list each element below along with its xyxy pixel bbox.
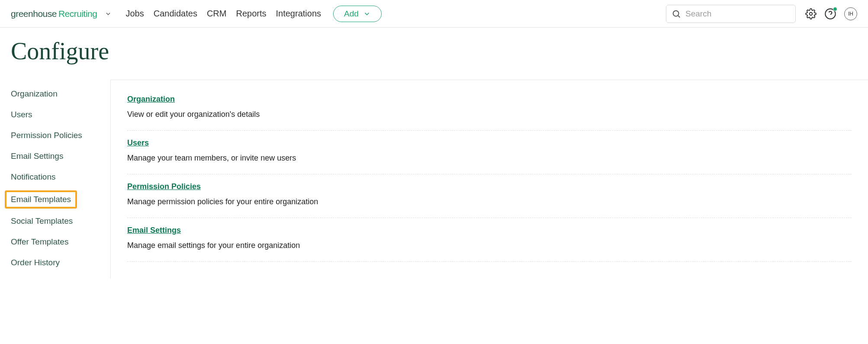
chevron-down-icon bbox=[363, 10, 371, 18]
avatar[interactable]: IH bbox=[844, 7, 857, 20]
svg-line-1 bbox=[678, 16, 680, 17]
add-button-label: Add bbox=[344, 9, 359, 19]
section-permission-policies: Permission Policies Manage permission po… bbox=[127, 174, 852, 218]
section-link-email-settings[interactable]: Email Settings bbox=[127, 226, 181, 235]
search-input[interactable] bbox=[685, 9, 790, 19]
nav-jobs[interactable]: Jobs bbox=[125, 9, 144, 19]
sidebar-item-order-history[interactable]: Order History bbox=[11, 258, 60, 267]
nav-integrations[interactable]: Integrations bbox=[276, 9, 321, 19]
sidebar-item-offer-templates[interactable]: Offer Templates bbox=[11, 237, 68, 247]
notification-dot bbox=[833, 7, 837, 11]
search-icon bbox=[672, 9, 681, 19]
page-title: Configure bbox=[0, 28, 868, 80]
section-link-organization[interactable]: Organization bbox=[127, 95, 175, 104]
sidebar-item-users[interactable]: Users bbox=[11, 110, 32, 119]
main-content: Organization View or edit your organizat… bbox=[110, 80, 868, 279]
section-email-settings: Email Settings Manage email settings for… bbox=[127, 218, 852, 262]
section-desc-email-settings: Manage email settings for your entire or… bbox=[127, 241, 852, 250]
search-box[interactable] bbox=[666, 5, 796, 23]
help-icon[interactable] bbox=[824, 8, 836, 20]
header-actions: IH bbox=[805, 7, 857, 20]
sidebar-item-permission-policies[interactable]: Permission Policies bbox=[11, 131, 82, 140]
sidebar-item-social-templates[interactable]: Social Templates bbox=[11, 216, 73, 226]
sidebar: Organization Users Permission Policies E… bbox=[0, 80, 110, 279]
nav-reports[interactable]: Reports bbox=[236, 9, 266, 19]
logo-text-1: greenhouse bbox=[11, 9, 57, 19]
main-nav: Jobs Candidates CRM Reports Integrations bbox=[125, 9, 321, 19]
sidebar-item-email-settings[interactable]: Email Settings bbox=[11, 151, 63, 161]
svg-point-0 bbox=[673, 10, 679, 16]
sidebar-item-email-templates[interactable]: Email Templates bbox=[5, 190, 77, 209]
logo-text-2: Recruiting bbox=[58, 9, 97, 19]
sidebar-item-notifications[interactable]: Notifications bbox=[11, 172, 56, 182]
avatar-initials: IH bbox=[848, 11, 853, 17]
logo[interactable]: greenhouse Recruiting bbox=[11, 9, 97, 19]
nav-crm[interactable]: CRM bbox=[207, 9, 227, 19]
svg-point-2 bbox=[810, 12, 813, 15]
settings-icon[interactable] bbox=[805, 8, 817, 19]
top-header: greenhouse Recruiting Jobs Candidates CR… bbox=[0, 0, 868, 28]
add-button[interactable]: Add bbox=[333, 6, 382, 22]
nav-candidates[interactable]: Candidates bbox=[154, 9, 197, 19]
section-desc-permission-policies: Manage permission policies for your enti… bbox=[127, 197, 852, 206]
section-users: Users Manage your team members, or invit… bbox=[127, 131, 852, 174]
logo-chevron-icon[interactable] bbox=[105, 10, 112, 17]
section-link-users[interactable]: Users bbox=[127, 138, 149, 148]
section-desc-organization: View or edit your organization's details bbox=[127, 110, 852, 119]
section-organization: Organization View or edit your organizat… bbox=[127, 95, 852, 131]
sidebar-item-organization[interactable]: Organization bbox=[11, 89, 58, 99]
section-desc-users: Manage your team members, or invite new … bbox=[127, 154, 852, 163]
section-link-permission-policies[interactable]: Permission Policies bbox=[127, 182, 201, 191]
